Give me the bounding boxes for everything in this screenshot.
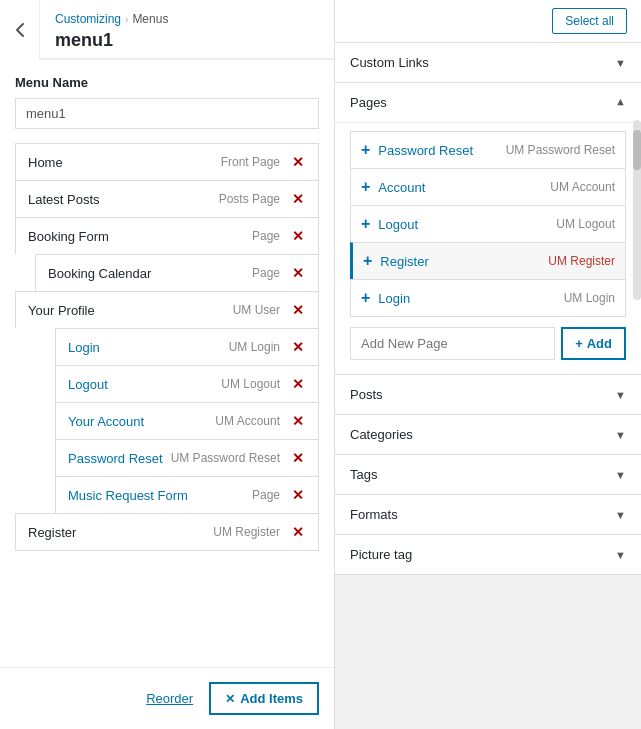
menu-item-name: Login bbox=[68, 340, 100, 355]
menu-item-type: UM Logout bbox=[221, 377, 280, 391]
menu-item-type: UM Password Reset bbox=[171, 451, 280, 465]
menu-item[interactable]: Logout UM Logout ✕ bbox=[55, 365, 319, 402]
menu-item-name: Logout bbox=[68, 377, 108, 392]
pages-arrow-icon: ▼ bbox=[615, 97, 626, 109]
picture-tag-section: Picture tag ▼ bbox=[335, 535, 641, 575]
categories-header[interactable]: Categories ▼ bbox=[335, 415, 641, 454]
categories-arrow-icon: ▼ bbox=[615, 429, 626, 441]
menu-item-name: Booking Form bbox=[28, 229, 109, 244]
pages-section: Pages ▼ + Password Reset UM Password Res… bbox=[335, 83, 641, 375]
page-item-plus-icon: + bbox=[361, 141, 370, 159]
custom-links-section: Custom Links ▼ bbox=[335, 43, 641, 83]
menu-item[interactable]: Your Account UM Account ✕ bbox=[55, 402, 319, 439]
remove-button[interactable]: ✕ bbox=[290, 376, 306, 392]
add-new-page-row: + Add bbox=[350, 327, 626, 360]
breadcrumb-sep: › bbox=[125, 14, 128, 25]
picture-tag-label: Picture tag bbox=[350, 547, 412, 562]
menu-item-type: Posts Page bbox=[219, 192, 280, 206]
picture-tag-header[interactable]: Picture tag ▼ bbox=[335, 535, 641, 574]
remove-button[interactable]: ✕ bbox=[290, 487, 306, 503]
menu-item-type: UM Account bbox=[215, 414, 280, 428]
remove-button[interactable]: ✕ bbox=[290, 265, 306, 281]
left-footer: Reorder ✕ Add Items bbox=[0, 667, 334, 729]
pages-label: Pages bbox=[350, 95, 387, 110]
remove-button[interactable]: ✕ bbox=[290, 191, 306, 207]
page-item[interactable]: + Logout UM Logout bbox=[350, 205, 626, 242]
breadcrumb-current: Menus bbox=[132, 12, 168, 26]
formats-arrow-icon: ▼ bbox=[615, 509, 626, 521]
page-item-type: UM Password Reset bbox=[506, 143, 615, 157]
menu-item[interactable]: Your Profile UM User ✕ bbox=[15, 291, 319, 328]
page-item-name: Login bbox=[378, 291, 555, 306]
page-item-plus-icon: + bbox=[361, 289, 370, 307]
page-item[interactable]: + Account UM Account bbox=[350, 168, 626, 205]
tags-section: Tags ▼ bbox=[335, 455, 641, 495]
posts-header[interactable]: Posts ▼ bbox=[335, 375, 641, 414]
custom-links-arrow-icon: ▼ bbox=[615, 57, 626, 69]
menu-item-type: Page bbox=[252, 266, 280, 280]
menu-items-list: Home Front Page ✕ Latest Posts Posts Pag… bbox=[15, 143, 319, 551]
top-area: Customizing › Menus menu1 bbox=[0, 0, 334, 60]
add-new-page-input[interactable] bbox=[350, 327, 555, 360]
menu-item[interactable]: Login UM Login ✕ bbox=[55, 328, 319, 365]
add-items-button[interactable]: ✕ Add Items bbox=[209, 682, 319, 715]
menu-item-type: UM Login bbox=[229, 340, 280, 354]
menu-item-type: UM User bbox=[233, 303, 280, 317]
menu-item-name: Password Reset bbox=[68, 451, 163, 466]
scrollbar-thumb[interactable] bbox=[633, 130, 641, 170]
posts-label: Posts bbox=[350, 387, 383, 402]
menu-item[interactable]: Music Request Form Page ✕ bbox=[55, 476, 319, 513]
menu-item[interactable]: Booking Calendar Page ✕ bbox=[35, 254, 319, 291]
left-body: Menu Name Home Front Page ✕ Latest Posts bbox=[0, 60, 334, 667]
scrollbar-track bbox=[633, 120, 641, 300]
menu-item-name: Register bbox=[28, 525, 76, 540]
back-button[interactable] bbox=[0, 0, 40, 60]
formats-header[interactable]: Formats ▼ bbox=[335, 495, 641, 534]
remove-button[interactable]: ✕ bbox=[290, 154, 306, 170]
formats-label: Formats bbox=[350, 507, 398, 522]
menu-item-name: Your Profile bbox=[28, 303, 95, 318]
menu-item-type: UM Register bbox=[213, 525, 280, 539]
remove-button[interactable]: ✕ bbox=[290, 413, 306, 429]
menu-item[interactable]: Password Reset UM Password Reset ✕ bbox=[55, 439, 319, 476]
reorder-button[interactable]: Reorder bbox=[146, 691, 193, 706]
tags-label: Tags bbox=[350, 467, 377, 482]
tags-header[interactable]: Tags ▼ bbox=[335, 455, 641, 494]
add-items-label: Add Items bbox=[240, 691, 303, 706]
pages-body: + Password Reset UM Password Reset + Acc… bbox=[335, 122, 641, 374]
page-item-type: UM Login bbox=[564, 291, 615, 305]
categories-section: Categories ▼ bbox=[335, 415, 641, 455]
page-item-selected[interactable]: + Register UM Register bbox=[350, 242, 626, 279]
menu-item-type: Page bbox=[252, 488, 280, 502]
menu-item[interactable]: Home Front Page ✕ bbox=[15, 143, 319, 180]
menu-item-name: Booking Calendar bbox=[48, 266, 151, 281]
breadcrumb-parent[interactable]: Customizing bbox=[55, 12, 121, 26]
page-item[interactable]: + Password Reset UM Password Reset bbox=[350, 131, 626, 168]
page-item-plus-icon: + bbox=[361, 215, 370, 233]
breadcrumb: Customizing › Menus bbox=[55, 12, 319, 26]
page-item-type: UM Account bbox=[550, 180, 615, 194]
menu-item[interactable]: Register UM Register ✕ bbox=[15, 513, 319, 551]
posts-section: Posts ▼ bbox=[335, 375, 641, 415]
remove-button[interactable]: ✕ bbox=[290, 302, 306, 318]
menu-name-input[interactable] bbox=[15, 98, 319, 129]
remove-button[interactable]: ✕ bbox=[290, 524, 306, 540]
page-item-type: UM Register bbox=[548, 254, 615, 268]
add-page-button[interactable]: + Add bbox=[561, 327, 626, 360]
remove-button[interactable]: ✕ bbox=[290, 450, 306, 466]
posts-arrow-icon: ▼ bbox=[615, 389, 626, 401]
page-item-type: UM Logout bbox=[556, 217, 615, 231]
remove-button[interactable]: ✕ bbox=[290, 228, 306, 244]
page-item-name: Logout bbox=[378, 217, 548, 232]
page-item[interactable]: + Login UM Login bbox=[350, 279, 626, 317]
menu-item-name: Music Request Form bbox=[68, 488, 188, 503]
left-header: Customizing › Menus menu1 bbox=[40, 0, 334, 59]
remove-button[interactable]: ✕ bbox=[290, 339, 306, 355]
select-all-button[interactable]: Select all bbox=[552, 8, 627, 34]
menu-item[interactable]: Booking Form Page ✕ bbox=[15, 217, 319, 254]
menu-item[interactable]: Latest Posts Posts Page ✕ bbox=[15, 180, 319, 217]
pages-list: + Password Reset UM Password Reset + Acc… bbox=[350, 131, 626, 317]
add-page-label: Add bbox=[587, 336, 612, 351]
pages-header[interactable]: Pages ▼ bbox=[335, 83, 641, 122]
custom-links-header[interactable]: Custom Links ▼ bbox=[335, 43, 641, 82]
